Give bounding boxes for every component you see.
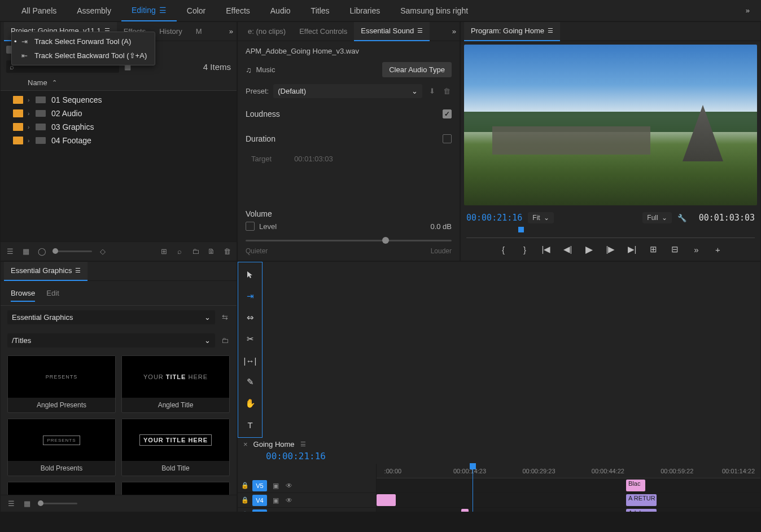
workspace-menu-icon[interactable]: ☰ bbox=[159, 6, 167, 15]
play-button[interactable]: ▶ bbox=[584, 244, 595, 255]
volume-slider-thumb[interactable] bbox=[382, 237, 389, 244]
timeline-playhead[interactable] bbox=[473, 464, 473, 512]
bin-item[interactable]: ›03 Graphics bbox=[1, 120, 237, 134]
tab-program[interactable]: Program: Going Home☰ bbox=[464, 22, 560, 41]
timeline-clip[interactable]: A RETUR bbox=[626, 494, 657, 506]
track-output-toggle[interactable]: ▣ bbox=[270, 482, 281, 490]
eg-preset-item[interactable]: PRESENTSBold Presents bbox=[7, 419, 116, 476]
project-tabs-overflow[interactable]: » bbox=[218, 27, 233, 36]
track-visibility-toggle[interactable]: 👁 bbox=[284, 511, 294, 513]
preset-select[interactable]: (Default)⌄ bbox=[273, 84, 422, 98]
step-back-button[interactable]: ◀| bbox=[562, 244, 574, 255]
workspace-assembly[interactable]: Assembly bbox=[67, 0, 121, 21]
eg-library-select[interactable]: Essential Graphics⌄ bbox=[7, 310, 215, 324]
go-to-in-button[interactable]: |◀ bbox=[541, 244, 552, 255]
selection-tool[interactable] bbox=[243, 268, 257, 282]
timeline-clip[interactable]: Blac bbox=[626, 480, 645, 491]
workspace-color[interactable]: Color bbox=[177, 0, 216, 21]
track-target-v3[interactable]: V3 bbox=[252, 509, 267, 513]
freeform-view-icon[interactable]: ◯ bbox=[37, 247, 47, 257]
step-forward-button[interactable]: |▶ bbox=[605, 244, 616, 255]
volume-slider[interactable] bbox=[246, 240, 452, 241]
razor-tool[interactable]: ✂ bbox=[243, 332, 257, 346]
button-editor-button[interactable]: + bbox=[712, 244, 724, 255]
panel-menu-icon[interactable]: ☰ bbox=[417, 27, 423, 34]
program-zoom-select[interactable]: Fit⌄ bbox=[528, 212, 553, 223]
duration-section[interactable]: Duration bbox=[246, 130, 452, 148]
new-item-icon[interactable]: 🗎 bbox=[206, 247, 216, 257]
new-bin-icon[interactable]: 🗀 bbox=[190, 247, 200, 257]
eg-folder-select[interactable]: /Titles⌄ bbox=[7, 333, 215, 348]
track-lane-v5[interactable]: Blac bbox=[377, 478, 760, 493]
mark-out-button[interactable]: } bbox=[519, 244, 531, 255]
program-playhead[interactable] bbox=[518, 227, 524, 232]
lock-icon[interactable]: 🔒 bbox=[241, 511, 249, 512]
level-checkbox[interactable] bbox=[246, 222, 255, 231]
track-select-tool[interactable]: ⇥ bbox=[243, 289, 257, 303]
timeline-track-area[interactable]: :00:00 00:00:14:23 00:00:29:23 00:00:44:… bbox=[377, 464, 760, 512]
bin-item[interactable]: ›01 Sequences bbox=[1, 93, 237, 107]
icon-view-icon[interactable]: ▦ bbox=[21, 247, 31, 257]
settings-wrench-icon[interactable]: 🔧 bbox=[677, 214, 686, 222]
tab-history[interactable]: History bbox=[152, 22, 189, 41]
level-value[interactable]: 0.0 dB bbox=[430, 222, 452, 231]
track-lane-v3[interactable]: Adobe bbox=[377, 508, 760, 512]
bin-item[interactable]: ›04 Footage bbox=[1, 134, 237, 147]
program-current-timecode[interactable]: 00:00:21:16 bbox=[466, 213, 522, 223]
program-resolution-select[interactable]: Full⌄ bbox=[642, 212, 671, 223]
loudness-checkbox[interactable] bbox=[443, 109, 452, 118]
find-icon[interactable]: ⌕ bbox=[174, 247, 185, 257]
expand-caret-icon[interactable]: › bbox=[28, 138, 36, 144]
eg-preset-item[interactable]: PRESENTSAngled Presents bbox=[7, 355, 116, 413]
workspace-libraries[interactable]: Libraries bbox=[340, 0, 391, 21]
type-tool[interactable]: T bbox=[243, 418, 257, 432]
timeline-clip[interactable] bbox=[461, 509, 469, 512]
eg-folder-icon[interactable]: 🗀 bbox=[220, 336, 230, 346]
tab-effect-controls[interactable]: Effect Controls bbox=[292, 22, 354, 41]
track-target-v4[interactable]: V4 bbox=[252, 495, 267, 506]
timeline-clip[interactable]: Adobe bbox=[626, 509, 657, 512]
lock-icon[interactable]: 🔒 bbox=[241, 482, 249, 489]
eg-preset-item[interactable] bbox=[7, 482, 116, 495]
expand-caret-icon[interactable]: › bbox=[28, 111, 36, 117]
track-visibility-toggle[interactable]: 👁 bbox=[284, 496, 294, 504]
list-view-icon[interactable]: ☰ bbox=[5, 247, 15, 257]
export-frame-button[interactable]: » bbox=[691, 244, 702, 255]
automate-icon[interactable]: ⊞ bbox=[159, 247, 169, 257]
trash-icon[interactable]: 🗑 bbox=[222, 247, 232, 257]
tab-overflow[interactable]: M bbox=[189, 22, 209, 41]
eg-list-view-icon[interactable]: ☰ bbox=[6, 499, 16, 509]
zoom-slider-thumb[interactable] bbox=[53, 248, 58, 254]
program-ruler[interactable] bbox=[466, 227, 755, 238]
delete-preset-icon[interactable]: 🗑 bbox=[441, 87, 452, 95]
duration-checkbox[interactable] bbox=[443, 134, 452, 143]
lift-button[interactable]: ⊞ bbox=[648, 244, 659, 255]
workspace-effects[interactable]: Effects bbox=[216, 0, 260, 21]
workspace-all-panels[interactable]: All Panels bbox=[11, 0, 67, 21]
tab-source[interactable]: e: (no clips) bbox=[241, 22, 292, 41]
mark-in-button[interactable]: { bbox=[498, 244, 509, 255]
track-header-v3[interactable]: 🔒V3▣👁 bbox=[238, 508, 376, 512]
panel-menu-icon[interactable]: ☰ bbox=[300, 441, 306, 448]
workspace-custom-samsung[interactable]: Samsung bins right bbox=[390, 0, 478, 21]
extract-button[interactable]: ⊟ bbox=[670, 244, 681, 255]
track-visibility-toggle[interactable]: 👁 bbox=[284, 482, 294, 490]
track-header-v4[interactable]: 🔒V4▣👁 bbox=[238, 493, 376, 508]
track-header-v5[interactable]: 🔒V5▣👁 bbox=[238, 478, 376, 493]
eg-preset-item[interactable]: YOUR TITLE HEREBold Title bbox=[121, 419, 230, 476]
pen-tool[interactable]: ✎ bbox=[243, 375, 257, 389]
eg-browse-tab[interactable]: Browse bbox=[11, 285, 35, 302]
slip-tool[interactable]: |↔| bbox=[243, 354, 257, 367]
ripple-edit-tool[interactable]: ⇔ bbox=[243, 311, 257, 324]
workspace-overflow-button[interactable]: » bbox=[734, 6, 750, 15]
track-output-toggle[interactable]: ▣ bbox=[270, 496, 281, 504]
eg-preset-item[interactable] bbox=[121, 482, 230, 495]
go-to-out-button[interactable]: ▶| bbox=[627, 244, 638, 255]
workspace-titles[interactable]: Titles bbox=[301, 0, 340, 21]
bin-item[interactable]: ›02 Audio bbox=[1, 107, 237, 120]
eg-preset-item[interactable]: YOUR TITLE HEREAngled Title bbox=[121, 355, 230, 413]
timeline-clip[interactable] bbox=[377, 494, 396, 506]
tab-essential-graphics[interactable]: Essential Graphics☰ bbox=[4, 262, 88, 281]
track-output-toggle[interactable]: ▣ bbox=[270, 511, 281, 513]
es-tabs-overflow[interactable]: » bbox=[441, 27, 456, 36]
